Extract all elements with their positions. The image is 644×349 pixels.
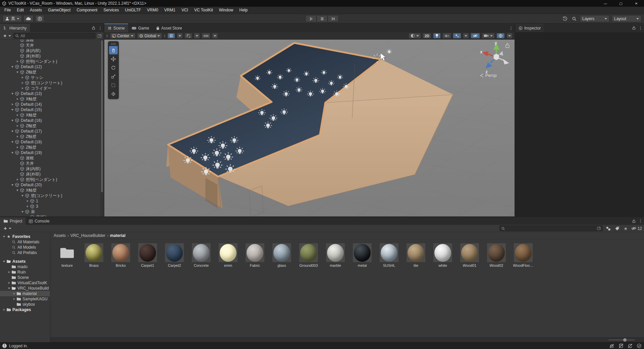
hierarchy-item[interactable]: Z軸壁 — [0, 134, 104, 139]
hierarchy-item[interactable]: Default (12) — [0, 64, 104, 69]
tool-transform-button[interactable] — [109, 90, 118, 98]
favorites-item[interactable]: All Prefabs — [0, 250, 50, 255]
asset-tile[interactable]: Bricks — [109, 243, 133, 267]
grid-visibility-button[interactable] — [167, 33, 175, 39]
search-by-label-button[interactable] — [614, 226, 621, 231]
cache-server-disabled-icon[interactable] — [619, 343, 624, 348]
hierarchy-item[interactable]: Default (19) — [0, 150, 104, 155]
hierarchy-item[interactable]: 扉(板) — [0, 214, 104, 216]
foldout-arrow[interactable] — [15, 177, 20, 182]
tool-move-button[interactable] — [109, 55, 118, 63]
foldout-arrow[interactable] — [20, 86, 25, 91]
foldout-arrow[interactable] — [10, 150, 15, 155]
hidden-count-badge[interactable]: 12 — [631, 226, 642, 231]
gizmos-caret[interactable] — [506, 33, 513, 39]
foldout-arrow[interactable] — [20, 80, 25, 86]
effects-caret[interactable] — [463, 33, 469, 39]
pivot-dropdown[interactable]: Center — [110, 33, 136, 39]
panel-menu-icon[interactable]: ⋮ — [638, 26, 643, 30]
minimize-button[interactable]: — — [598, 0, 613, 7]
foldout-arrow[interactable] — [25, 198, 30, 204]
folder-item-vrc_housebuild[interactable]: VRC_HouseBuild — [0, 286, 50, 291]
hierarchy-item[interactable]: Default (18) — [0, 139, 104, 145]
hierarchy-item[interactable]: 照明(ペンダント) — [0, 177, 104, 182]
asset-tile[interactable]: WoodFloo… — [511, 243, 535, 267]
cloud-button[interactable] — [23, 15, 34, 22]
hierarchy-item[interactable]: X軸壁 — [0, 188, 104, 193]
hierarchy-item[interactable]: Z軸壁 — [0, 69, 104, 75]
breadcrumb-folder[interactable]: VRC_HouseBuilder — [70, 233, 105, 238]
hierarchy-item[interactable]: X軸壁 — [0, 96, 104, 102]
2d-toggle[interactable]: 2D — [423, 33, 431, 39]
asset-tile[interactable]: Carpet1 — [136, 243, 160, 267]
foldout-arrow[interactable] — [10, 129, 15, 134]
asset-tile[interactable]: Wood01 — [458, 243, 482, 267]
foldout-arrow[interactable] — [10, 64, 15, 69]
folder-item-scene[interactable]: Scene — [0, 275, 50, 280]
foldout-arrow[interactable] — [20, 209, 25, 214]
project-search-input[interactable] — [499, 226, 603, 231]
folder-item-ruin[interactable]: Ruin — [0, 269, 50, 275]
scrollbar-thumb[interactable] — [101, 40, 103, 192]
asset-tile[interactable]: texture — [55, 243, 79, 267]
camera-settings-dropdown[interactable] — [482, 33, 495, 39]
foldout-arrow[interactable] — [20, 193, 25, 198]
progress-check-icon[interactable] — [637, 343, 642, 348]
hierarchy-item[interactable]: 床(外部) — [0, 53, 104, 59]
menu-item-vc-toolkit[interactable]: VC ToolKit — [191, 7, 216, 14]
breadcrumb-assets[interactable]: Assets — [54, 233, 66, 238]
thumbnail-zoom-slider[interactable] — [608, 340, 635, 340]
lock-icon[interactable] — [632, 26, 636, 30]
hierarchy-item[interactable]: 床(内部) — [0, 48, 104, 53]
hierarchy-scrollbar[interactable] — [100, 40, 103, 216]
scene-visibility-toggle[interactable] — [471, 33, 480, 39]
asset-tile[interactable]: Brass — [82, 243, 106, 267]
menu-item-vrm1[interactable]: VRM1 — [161, 7, 178, 14]
grid-snap-caret[interactable] — [194, 33, 200, 39]
lock-icon[interactable] — [92, 26, 96, 30]
tab-scene[interactable]: Scene — [104, 23, 128, 32]
menu-item-vci[interactable]: VCI — [178, 7, 191, 14]
hierarchy-item[interactable]: Default (13) — [0, 91, 104, 96]
asset-tile[interactable]: white — [431, 243, 455, 267]
hierarchy-item[interactable]: 3 — [0, 204, 104, 209]
foldout-arrow[interactable] — [15, 145, 20, 150]
panel-menu-icon[interactable]: ⋮ — [98, 26, 102, 30]
foldout-arrow[interactable] — [10, 107, 15, 112]
hierarchy-search-input[interactable]: All — [13, 33, 96, 39]
asset-tile[interactable]: metal — [350, 243, 374, 267]
folder-item-material[interactable]: material — [0, 291, 50, 296]
foldout-arrow[interactable] — [2, 234, 6, 239]
foldout-arrow[interactable] — [25, 214, 30, 216]
foldout-arrow[interactable] — [10, 118, 15, 123]
orientation-dropdown[interactable]: Global — [137, 33, 162, 39]
hierarchy-item[interactable]: 壁(コンクリート) — [0, 193, 104, 198]
hierarchy-item[interactable]: サッシ — [0, 75, 104, 80]
foldout-arrow[interactable] — [10, 182, 15, 188]
hierarchy-item[interactable]: X軸壁 — [0, 112, 104, 118]
menu-item-help[interactable]: Help — [236, 7, 251, 14]
projection-label[interactable]: Persp — [485, 73, 497, 78]
foldout-arrow[interactable] — [10, 139, 15, 145]
favorites-root[interactable]: ★Favorites — [0, 234, 50, 239]
asset-tile[interactable]: tile — [404, 243, 428, 267]
layers-dropdown[interactable]: Layers — [580, 15, 609, 22]
project-tab[interactable]: Project — [0, 217, 25, 225]
tool-rotate-button[interactable] — [109, 63, 118, 72]
foldout-arrow[interactable] — [15, 96, 20, 102]
foldout-arrow[interactable] — [7, 280, 11, 286]
undo-history-button[interactable] — [561, 16, 569, 21]
tool-hand-button[interactable] — [109, 46, 118, 54]
inspector-tab[interactable]: Inspector — [515, 24, 544, 32]
hierarchy-item[interactable]: 天井 — [0, 43, 104, 48]
tool-scale-button[interactable] — [109, 72, 118, 81]
scene-effects-toggle[interactable] — [453, 33, 461, 39]
pause-button[interactable] — [317, 15, 328, 22]
asset-tile[interactable]: Ground003 — [297, 243, 321, 267]
asset-tile[interactable]: emm — [216, 243, 240, 267]
folder-item-skybox[interactable]: skybox — [0, 302, 50, 307]
foldout-arrow[interactable] — [15, 112, 20, 118]
hierarchy-tab[interactable]: Hierarchy — [0, 24, 30, 32]
slider-knob[interactable] — [623, 338, 627, 342]
foldout-arrow[interactable] — [2, 259, 6, 264]
